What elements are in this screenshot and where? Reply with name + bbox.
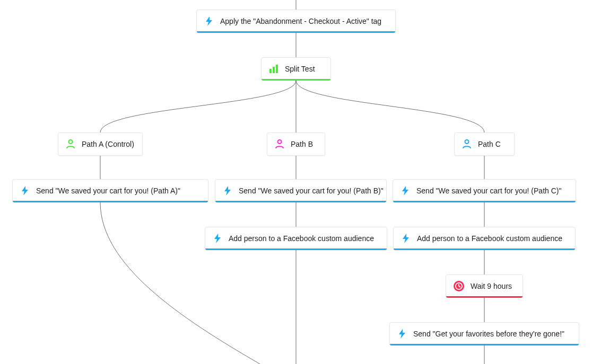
bolt-icon <box>401 234 411 243</box>
node-label: Send "We saved your cart for you! (Path … <box>36 187 180 195</box>
node-fb-audience-b[interactable]: Add person to a Facebook custom audience <box>205 227 387 250</box>
bolt-icon <box>401 186 410 196</box>
bar-chart-icon <box>269 64 278 74</box>
node-label: Send "We saved your cart for you! (Path … <box>416 187 561 195</box>
node-label: Split Test <box>285 65 315 73</box>
bolt-icon <box>213 234 222 243</box>
bolt-icon <box>20 186 30 196</box>
node-wait-c[interactable]: Wait 9 hours <box>446 274 523 298</box>
node-path-b[interactable]: Path B <box>267 132 325 156</box>
node-label: Add person to a Facebook custom audience <box>417 234 562 243</box>
node-path-c[interactable]: Path C <box>454 132 515 156</box>
person-icon <box>462 139 472 149</box>
node-fb-audience-c[interactable]: Add person to a Facebook custom audience <box>393 227 576 250</box>
node-label: Wait 9 hours <box>471 282 512 290</box>
node-label: Path A (Control) <box>82 140 134 148</box>
person-icon <box>66 139 75 149</box>
node-label: Apply the "Abandonment - Checkout - Acti… <box>220 17 381 25</box>
node-apply-tag[interactable]: Apply the "Abandonment - Checkout - Acti… <box>196 10 396 33</box>
node-label: Send "Get your favorites before they're … <box>413 330 564 338</box>
node-label: Path C <box>478 140 501 148</box>
node-send-c2[interactable]: Send "Get your favorites before they're … <box>389 322 579 345</box>
bolt-icon <box>397 329 407 339</box>
bolt-icon <box>204 16 214 26</box>
node-send-a[interactable]: Send "We saved your cart for you! (Path … <box>12 179 208 202</box>
bolt-icon <box>223 186 232 196</box>
node-label: Send "We saved your cart for you! (Path … <box>239 187 384 195</box>
node-split-test[interactable]: Split Test <box>261 57 331 81</box>
node-send-c[interactable]: Send "We saved your cart for you! (Path … <box>393 179 576 202</box>
node-send-b[interactable]: Send "We saved your cart for you! (Path … <box>215 179 387 202</box>
node-path-a[interactable]: Path A (Control) <box>58 132 143 156</box>
node-label: Add person to a Facebook custom audience <box>229 234 374 243</box>
node-label: Path B <box>291 140 313 148</box>
person-icon <box>275 139 284 149</box>
clock-icon <box>454 281 464 291</box>
